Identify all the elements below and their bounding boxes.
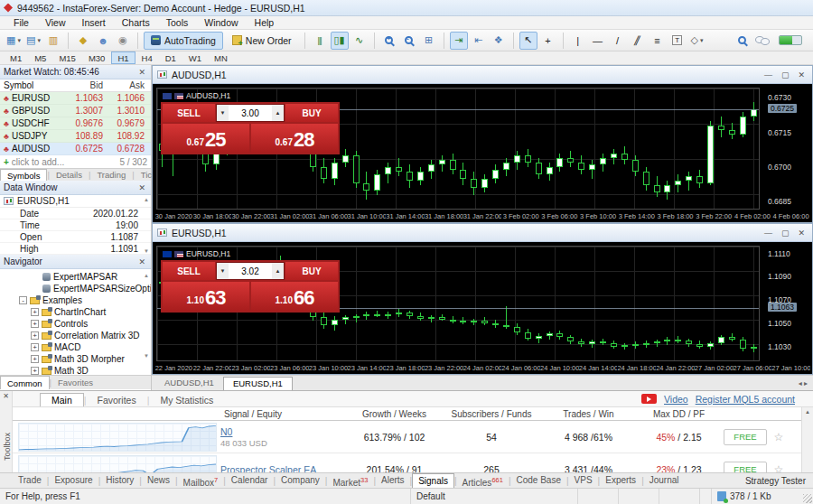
tab-scroll-left-icon[interactable]: ◂ — [799, 379, 802, 387]
menu-tools[interactable]: Tools — [158, 17, 197, 28]
navigator-header[interactable]: Navigator ✕ — [0, 255, 151, 269]
candle-chart-icon[interactable]: ▯▮ — [331, 32, 349, 50]
timeframe-d1[interactable]: D1 — [159, 51, 182, 64]
toolbox-tab-code-base[interactable]: Code Base — [511, 473, 566, 488]
navigator-item[interactable]: +Correlation Matrix 3D — [0, 330, 151, 341]
market-watch-row[interactable]: ♣GBPUSD1.30071.3010 — [0, 105, 151, 117]
youtube-icon[interactable] — [641, 394, 657, 404]
toolbox-tab-news[interactable]: News — [142, 473, 175, 488]
minimize-icon[interactable]: — — [764, 70, 772, 79]
volume-stepper[interactable]: ▼ 3.02 ▲ — [216, 262, 285, 280]
signal-row[interactable]: Prospector Scalper EA201.54% / 912653 43… — [13, 453, 813, 473]
vertical-line-icon[interactable]: | — [569, 32, 587, 50]
toolbox-tab-market[interactable]: Market33 — [327, 473, 373, 488]
expand-icon[interactable]: + — [31, 308, 39, 316]
timeframe-m15[interactable]: M15 — [52, 51, 81, 64]
expand-icon[interactable]: + — [31, 320, 39, 328]
video-link[interactable]: Video — [664, 394, 688, 405]
candlestick-plot[interactable]: AUDUSD,H1 SELL ▼ 3.00 ▲ BUY 0.67 25 — [156, 88, 760, 210]
col-maxdd-pf[interactable]: Max DD / PF — [636, 409, 722, 419]
menu-charts[interactable]: Charts — [114, 17, 158, 28]
navigator-tab-common[interactable]: Common — [0, 376, 50, 389]
signals-tab-main[interactable]: Main — [40, 393, 84, 406]
timeframe-h4[interactable]: H4 — [136, 51, 159, 64]
close-icon[interactable]: ✕ — [136, 183, 147, 192]
market-watch-tab-symbols[interactable]: Symbols — [0, 169, 47, 181]
col-bid[interactable]: Bid — [65, 80, 107, 90]
maximize-icon[interactable]: ▢ — [781, 70, 790, 79]
data-window-header[interactable]: Data Window ✕ — [0, 181, 151, 195]
minimize-icon[interactable]: — — [764, 229, 772, 238]
toolbox-tab-experts[interactable]: Experts — [600, 473, 641, 488]
scroll-up-icon[interactable]: ▲ — [805, 409, 810, 415]
menu-insert[interactable]: Insert — [74, 17, 114, 28]
add-icon[interactable]: + — [4, 157, 9, 167]
accounts-icon[interactable]: ☻ — [94, 32, 112, 50]
close-icon[interactable]: ✕ — [0, 391, 12, 400]
free-button[interactable]: FREE — [724, 462, 767, 474]
zoom-out-icon[interactable]: - — [400, 32, 418, 50]
toolbox-tab-mailbox[interactable]: Mailbox7 — [178, 473, 224, 488]
chart-tab-audusd-h1[interactable]: AUDUSD,H1 — [155, 377, 223, 390]
timeframe-w1[interactable]: W1 — [182, 51, 208, 64]
timeframe-mn[interactable]: MN — [208, 51, 234, 64]
close-icon[interactable]: ✕ — [798, 229, 805, 238]
timeframe-h1[interactable]: H1 — [111, 51, 135, 64]
fibo-levels-icon[interactable]: ≡ — [649, 32, 667, 50]
new-order-button[interactable]: New Order — [225, 32, 299, 50]
toolbox-tab-articles[interactable]: Articles661 — [457, 473, 509, 488]
toolbox-tab-vps[interactable]: VPS — [569, 473, 598, 488]
autotrading-button[interactable]: AutoTrading — [144, 32, 223, 50]
navigator-item[interactable]: ExpertMAPSAR — [0, 271, 151, 283]
scroll-down-icon[interactable]: ▼ — [144, 248, 149, 254]
zoom-in-icon[interactable]: + — [380, 32, 398, 50]
col-trades-win[interactable]: Trades / Win — [541, 409, 636, 419]
expand-icon[interactable]: + — [31, 355, 39, 363]
chevron-down-icon[interactable]: ▾ — [17, 37, 21, 44]
broadcast-icon[interactable]: ◉ — [114, 32, 132, 50]
navigator-tab-favorites[interactable]: Favorites — [51, 376, 99, 389]
col-subscribers-funds[interactable]: Subscribers / Funds — [442, 409, 541, 419]
signals-tab-my-statistics[interactable]: My Statistics — [149, 394, 224, 406]
menu-view[interactable]: View — [37, 17, 74, 28]
chart-window-titlebar[interactable]: EURUSD,H1 — ▢ ✕ — [153, 224, 812, 242]
signals-tab-favorites[interactable]: Favorites — [87, 394, 147, 406]
timeframe-m30[interactable]: M30 — [82, 51, 111, 64]
navigator-item[interactable]: +Math 3D — [0, 365, 151, 375]
horizontal-line-icon[interactable]: — — [589, 32, 607, 50]
chevron-down-icon[interactable]: ▾ — [700, 37, 704, 44]
cursor-icon[interactable]: ↖ — [519, 32, 537, 50]
expand-icon[interactable]: + — [31, 367, 39, 375]
scroll-up-icon[interactable]: ▲ — [144, 197, 149, 202]
timeframe-m1[interactable]: M1 — [4, 51, 28, 64]
close-icon[interactable]: ✕ — [798, 70, 805, 79]
buy-button[interactable]: BUY — [285, 104, 338, 122]
chart-window-titlebar[interactable]: AUDUSD,H1 — ▢ ✕ — [153, 66, 812, 84]
resize-grip[interactable] — [803, 494, 812, 503]
toolbox-tab-trade[interactable]: Trade — [13, 473, 47, 488]
sell-price[interactable]: 0.67 25 — [163, 124, 249, 153]
market-watch-row[interactable]: ♣USDJPY108.89108.92 — [0, 130, 151, 143]
journal-icon[interactable]: ◆ — [74, 32, 92, 50]
chart-tab-eurusd-h1[interactable]: EURUSD,H1 — [223, 377, 293, 390]
market-watch-row[interactable]: ♣USDCHF0.96760.9679 — [0, 117, 151, 130]
menu-file[interactable]: File — [5, 17, 37, 28]
status-profile[interactable]: Default — [411, 489, 578, 504]
sell-button[interactable]: SELL — [163, 262, 215, 280]
navigator-item[interactable]: -Examples — [0, 294, 151, 306]
menu-help[interactable]: Help — [247, 17, 283, 28]
fibonacci-icon[interactable]: ∥ — [629, 32, 647, 50]
click-to-add[interactable]: click to add... — [12, 157, 64, 167]
scroll-up-icon[interactable]: ▲ — [144, 273, 149, 278]
col-signal-equity[interactable]: Signal / Equity — [220, 409, 347, 419]
navigator-item[interactable]: +Math 3D Morpher — [0, 353, 151, 365]
col-symbol[interactable]: Symbol — [0, 80, 65, 90]
bar-chart-icon[interactable]: ||| — [311, 32, 329, 50]
col-ask[interactable]: Ask — [107, 80, 148, 90]
spin-down-icon[interactable]: ▼ — [217, 263, 229, 279]
buy-price[interactable]: 1.10 66 — [251, 282, 338, 311]
register-link[interactable]: Register MQL5 account — [696, 394, 795, 405]
menu-window[interactable]: Window — [196, 17, 246, 28]
spin-down-icon[interactable]: ▼ — [217, 105, 229, 121]
toolbox-tab-history[interactable]: History — [100, 473, 139, 488]
